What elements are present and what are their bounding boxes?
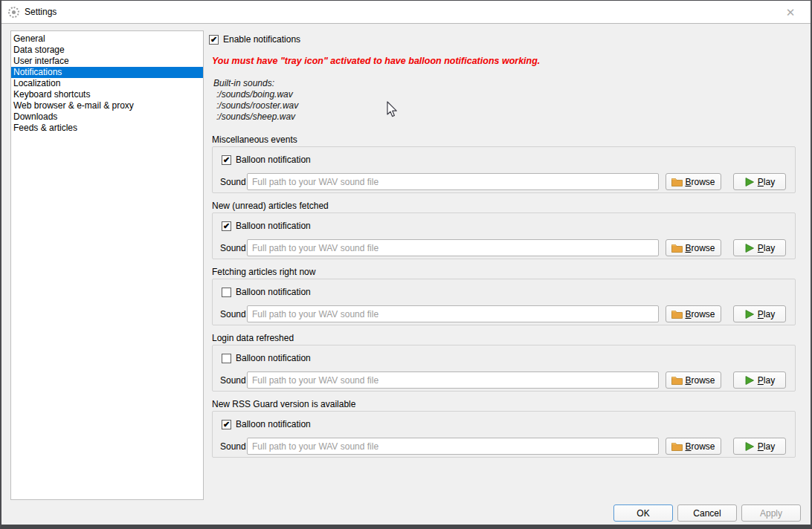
balloon-notification-label: Balloon notification	[236, 353, 311, 363]
sound-path-input[interactable]	[247, 438, 659, 455]
sound-path-input[interactable]	[247, 305, 659, 322]
balloon-notification-checkbox[interactable]: ✔	[222, 221, 231, 231]
browse-button[interactable]: Browse	[666, 173, 721, 190]
play-button[interactable]: Play	[733, 371, 786, 389]
builtin-sound-path: :/sounds/sheep.wav	[213, 111, 798, 123]
notification-event-section: Fetching articles right now ✔ Balloon no…	[207, 267, 798, 325]
folder-icon	[671, 177, 683, 186]
builtin-sounds-block: Built-in sounds: :/sounds/boing.wav :/so…	[213, 78, 798, 123]
sound-label: Sound	[220, 177, 247, 187]
window-title: Settings	[25, 7, 57, 17]
sound-row: Sound Browse Play	[220, 239, 786, 256]
sound-path-input[interactable]	[247, 173, 659, 190]
play-icon	[744, 309, 755, 319]
sidebar-item-general[interactable]: General	[11, 33, 203, 45]
section-groupbox: ✔ Balloon notification Sound Browse	[212, 212, 796, 259]
browse-button[interactable]: Browse	[666, 305, 721, 322]
section-groupbox: ✔ Balloon notification Sound Browse	[212, 279, 796, 325]
cancel-button[interactable]: Cancel	[677, 504, 737, 522]
sound-row: Sound Browse Play	[220, 438, 786, 455]
settings-window: Settings ✕ General Data storage User int…	[0, 0, 812, 529]
section-title: New RSS Guard version is available	[212, 399, 798, 411]
balloon-notification-label: Balloon notification	[236, 419, 311, 429]
settings-gear-icon	[8, 7, 19, 18]
balloon-notification-checkbox[interactable]: ✔	[222, 155, 231, 165]
play-icon	[744, 243, 755, 253]
balloon-notification-row: ✔ Balloon notification	[222, 221, 311, 231]
balloon-notification-checkbox[interactable]: ✔	[222, 420, 231, 429]
sidebar-item-web-browser[interactable]: Web browser & e-mail & proxy	[11, 100, 203, 111]
play-button[interactable]: Play	[733, 305, 786, 322]
browse-button[interactable]: Browse	[666, 371, 721, 389]
sidebar-item-feeds-articles[interactable]: Feeds & articles	[11, 123, 203, 134]
enable-notifications-label: Enable notifications	[223, 34, 300, 45]
ok-button[interactable]: OK	[613, 504, 673, 522]
sound-row: Sound Browse Play	[220, 371, 786, 389]
balloon-notification-label: Balloon notification	[236, 287, 311, 297]
sidebar-item-keyboard-shortcuts[interactable]: Keyboard shortcuts	[11, 89, 203, 100]
settings-category-list: General Data storage User interface Noti…	[10, 30, 204, 500]
play-icon	[744, 375, 755, 386]
browse-button[interactable]: Browse	[666, 239, 721, 256]
builtin-sound-path: :/sounds/boing.wav	[213, 89, 798, 100]
sidebar-item-data-storage[interactable]: Data storage	[11, 45, 203, 56]
section-title: New (unread) articles fetched	[212, 201, 798, 212]
section-title: Miscellaneous events	[212, 134, 798, 146]
balloon-notification-row: ✔ Balloon notification	[222, 287, 311, 297]
sidebar-item-notifications[interactable]: Notifications	[11, 67, 203, 78]
notification-event-section: New RSS Guard version is available ✔ Bal…	[207, 399, 798, 458]
play-button[interactable]: Play	[733, 173, 786, 190]
balloon-notification-label: Balloon notification	[236, 155, 311, 165]
sound-label: Sound	[220, 243, 247, 253]
folder-icon	[671, 243, 683, 253]
browse-button[interactable]: Browse	[666, 438, 721, 455]
notification-event-section: Login data refreshed ✔ Balloon notificat…	[207, 333, 798, 392]
sound-label: Sound	[220, 375, 247, 386]
enable-notifications-row: ✔ Enable notifications	[209, 34, 798, 45]
folder-icon	[671, 375, 683, 385]
tray-icon-warning: You must have "tray icon" activated to h…	[212, 56, 798, 66]
play-icon	[744, 177, 755, 187]
section-groupbox: ✔ Balloon notification Sound Browse	[212, 146, 796, 193]
balloon-notification-row: ✔ Balloon notification	[222, 353, 311, 363]
balloon-notification-row: ✔ Balloon notification	[222, 155, 311, 165]
dialog-buttons: OK Cancel Apply	[613, 504, 801, 522]
balloon-notification-checkbox[interactable]: ✔	[222, 354, 231, 363]
section-title: Fetching articles right now	[212, 267, 798, 279]
titlebar: Settings ✕	[1, 1, 811, 24]
folder-icon	[671, 309, 683, 319]
balloon-notification-row: ✔ Balloon notification	[222, 419, 311, 429]
sound-label: Sound	[220, 309, 247, 319]
apply-button[interactable]: Apply	[741, 504, 801, 522]
builtin-sound-path: :/sounds/rooster.wav	[213, 100, 798, 111]
builtin-sounds-title: Built-in sounds:	[213, 78, 798, 89]
play-button[interactable]: Play	[733, 239, 786, 256]
sound-path-input[interactable]	[247, 239, 659, 256]
section-title: Login data refreshed	[212, 333, 798, 345]
sidebar-item-user-interface[interactable]: User interface	[11, 56, 203, 67]
balloon-notification-checkbox[interactable]: ✔	[222, 288, 231, 297]
close-icon[interactable]: ✕	[784, 6, 797, 19]
sound-path-input[interactable]	[247, 371, 659, 389]
section-groupbox: ✔ Balloon notification Sound Browse	[212, 411, 796, 458]
enable-notifications-checkbox[interactable]: ✔	[209, 35, 219, 45]
play-icon	[744, 441, 755, 452]
notification-event-section: New (unread) articles fetched ✔ Balloon …	[207, 201, 798, 259]
play-button[interactable]: Play	[733, 438, 786, 455]
sidebar-item-downloads[interactable]: Downloads	[11, 111, 203, 123]
sound-row: Sound Browse Play	[220, 305, 786, 322]
balloon-notification-label: Balloon notification	[236, 221, 311, 231]
notifications-panel: ✔ Enable notifications You must have "tr…	[207, 30, 798, 465]
sidebar-item-localization[interactable]: Localization	[11, 78, 203, 89]
sound-row: Sound Browse Play	[220, 173, 786, 190]
section-groupbox: ✔ Balloon notification Sound Browse	[212, 345, 796, 392]
notification-event-sections: Miscellaneous events ✔ Balloon notificat…	[207, 134, 798, 458]
notification-event-section: Miscellaneous events ✔ Balloon notificat…	[207, 134, 798, 193]
sound-label: Sound	[220, 441, 247, 452]
folder-icon	[671, 441, 683, 451]
